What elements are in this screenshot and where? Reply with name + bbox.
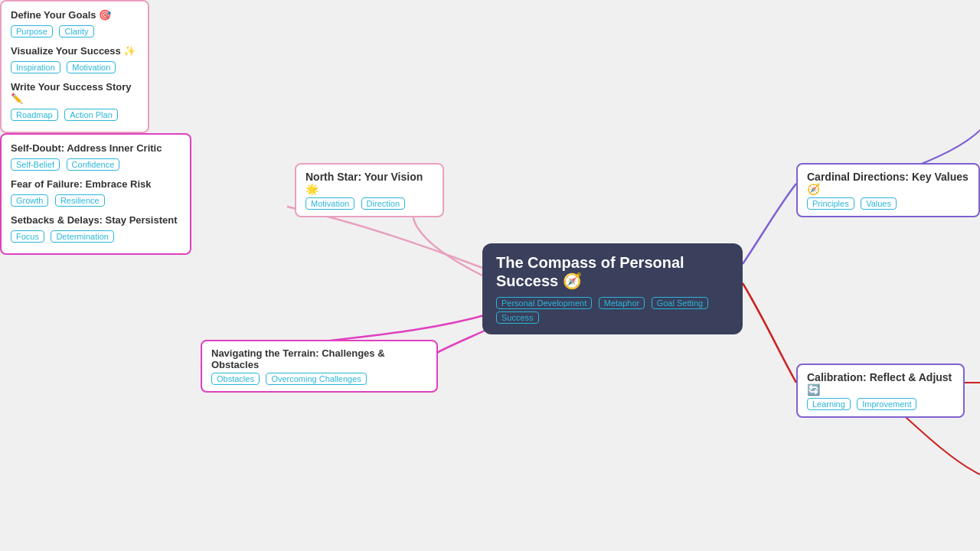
calibration-tag-0: Learning bbox=[807, 398, 851, 410]
self-doubt-tags: Self-Belief Confidence bbox=[11, 156, 181, 171]
self-doubt-title: Self-Doubt: Address Inner Critic bbox=[11, 142, 181, 154]
left-bottom-group: Self-Doubt: Address Inner Critic Self-Be… bbox=[0, 133, 191, 255]
setbacks-item[interactable]: Setbacks & Delays: Stay Persistent Focus… bbox=[11, 214, 181, 243]
self-doubt-tag-0: Self-Belief bbox=[11, 158, 60, 171]
center-node[interactable]: The Compass of Personal Success 🧭 Person… bbox=[482, 243, 743, 334]
fear-tag-0: Growth bbox=[11, 194, 48, 207]
north-star-tags: Motivation Direction bbox=[305, 195, 433, 210]
calibration-node[interactable]: Calibration: Reflect & Adjust 🔄 Learning… bbox=[796, 364, 965, 418]
fear-failure-item[interactable]: Fear of Failure: Embrace Risk Growth Res… bbox=[11, 178, 181, 207]
write-story-tags: Roadmap Action Plan bbox=[11, 106, 139, 121]
challenges-node[interactable]: Navigating the Terrain: Challenges & Obs… bbox=[201, 340, 438, 393]
center-tags: Personal Development Metaphor Goal Setti… bbox=[496, 295, 729, 324]
cardinal-tag-1: Values bbox=[861, 197, 897, 210]
write-story-item[interactable]: Write Your Success Story ✏️ Roadmap Acti… bbox=[11, 81, 139, 121]
fear-tag-1: Resilience bbox=[55, 194, 105, 207]
define-goals-item[interactable]: Define Your Goals 🎯 Purpose Clarity bbox=[11, 9, 139, 37]
north-star-tag-0: Motivation bbox=[305, 197, 354, 210]
challenges-tag-0: Obstacles bbox=[211, 373, 260, 385]
north-star-tag-1: Direction bbox=[361, 197, 405, 210]
challenges-title: Navigating the Terrain: Challenges & Obs… bbox=[211, 347, 427, 370]
define-goals-tags: Purpose Clarity bbox=[11, 23, 139, 37]
fear-failure-title: Fear of Failure: Embrace Risk bbox=[11, 178, 181, 190]
center-tag-3: Success bbox=[496, 311, 539, 324]
mindmap-canvas: The Compass of Personal Success 🧭 Person… bbox=[0, 0, 980, 551]
self-doubt-item[interactable]: Self-Doubt: Address Inner Critic Self-Be… bbox=[11, 142, 181, 171]
define-goals-title: Define Your Goals 🎯 bbox=[11, 9, 139, 21]
setbacks-title: Setbacks & Delays: Stay Persistent bbox=[11, 214, 181, 226]
visualize-tag-0: Inspiration bbox=[11, 61, 60, 73]
calibration-title: Calibration: Reflect & Adjust 🔄 bbox=[807, 371, 954, 396]
define-tag-0: Purpose bbox=[11, 25, 53, 37]
fear-failure-tags: Growth Resilience bbox=[11, 192, 181, 207]
setbacks-tags: Focus Determination bbox=[11, 228, 181, 243]
visualize-tags: Inspiration Motivation bbox=[11, 59, 139, 73]
write-story-title: Write Your Success Story ✏️ bbox=[11, 81, 139, 104]
north-star-title: North Star: Your Vision 🌟 bbox=[305, 171, 433, 195]
calibration-tag-1: Improvement bbox=[857, 398, 916, 410]
self-doubt-tag-1: Confidence bbox=[67, 158, 120, 171]
center-tag-2: Goal Setting bbox=[652, 297, 709, 309]
center-tag-0: Personal Development bbox=[496, 297, 592, 309]
visualize-tag-1: Motivation bbox=[67, 61, 116, 73]
visualize-success-item[interactable]: Visualize Your Success ✨ Inspiration Mot… bbox=[11, 45, 139, 73]
cardinal-title: Cardinal Directions: Key Values 🧭 bbox=[807, 171, 969, 195]
cardinal-node[interactable]: Cardinal Directions: Key Values 🧭 Princi… bbox=[796, 163, 980, 217]
setbacks-tag-1: Determination bbox=[51, 230, 113, 243]
visualize-title: Visualize Your Success ✨ bbox=[11, 45, 139, 57]
calibration-tags: Learning Improvement bbox=[807, 396, 954, 410]
cardinal-tags: Principles Values bbox=[807, 195, 969, 210]
challenges-tag-1: Overcoming Challenges bbox=[266, 373, 366, 385]
center-title: The Compass of Personal Success 🧭 bbox=[496, 254, 729, 290]
cardinal-tag-0: Principles bbox=[807, 197, 854, 210]
center-tag-1: Metaphor bbox=[599, 297, 645, 309]
north-star-node[interactable]: North Star: Your Vision 🌟 Motivation Dir… bbox=[295, 163, 444, 217]
left-top-group: Define Your Goals 🎯 Purpose Clarity Visu… bbox=[0, 0, 149, 133]
setbacks-tag-0: Focus bbox=[11, 230, 44, 243]
challenges-tags: Obstacles Overcoming Challenges bbox=[211, 370, 427, 385]
write-tag-1: Action Plan bbox=[64, 109, 118, 121]
define-tag-1: Clarity bbox=[59, 25, 93, 37]
write-tag-0: Roadmap bbox=[11, 109, 58, 121]
